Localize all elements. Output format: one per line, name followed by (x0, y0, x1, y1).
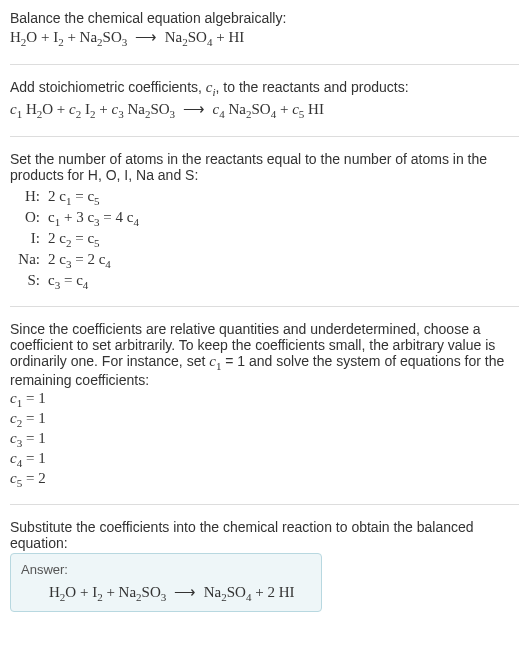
answer-label: Answer: (21, 562, 311, 577)
eq-sub: 4 (83, 279, 89, 291)
coeff-item: c1 = 1 (10, 390, 519, 409)
coef-val: = 1 (22, 430, 45, 446)
coef: c (10, 101, 17, 117)
intro-text: Add stoichiometric coefficients, ci, to … (10, 79, 519, 98)
coeff-item: c2 = 1 (10, 410, 519, 429)
element-label: O: (10, 208, 44, 229)
atom-balance-table: H: 2 c1 = c5 O: c1 + 3 c3 = 4 c4 I: 2 c2… (10, 187, 143, 292)
table-row: H: 2 c1 = c5 (10, 187, 143, 208)
eq-sub: 3 (161, 591, 167, 603)
element-label: Na: (10, 250, 44, 271)
eq-part: + 3 c (60, 209, 94, 225)
section-solve: Since the coefficients are relative quan… (10, 321, 519, 505)
eq-part: + (95, 101, 111, 117)
eq-part: SO (142, 584, 161, 600)
eq-part: + Na (103, 584, 136, 600)
eq-part: = 4 c (100, 209, 134, 225)
stoichiometric-equation: c1 H2O + c2 I2 + c3 Na2SO3 ⟶ c4 Na2SO4 +… (10, 100, 519, 120)
coef-val: = 1 (22, 390, 45, 406)
eq-part: H (10, 29, 21, 45)
balance-eq: c3 = c4 (44, 271, 143, 292)
intro-text: Substitute the coefficients into the che… (10, 519, 519, 551)
eq-part: 2 c (48, 188, 66, 204)
coef: c (10, 470, 17, 486)
eq-part: Na (124, 101, 145, 117)
eq-part: = c (71, 188, 94, 204)
table-row: Na: 2 c3 = 2 c4 (10, 250, 143, 271)
eq-part: O + I (26, 29, 58, 45)
eq-part: 2 c (48, 230, 66, 246)
eq-sub: 3 (170, 108, 176, 120)
eq-part: Na (165, 29, 183, 45)
intro-text: Since the coefficients are relative quan… (10, 321, 519, 388)
eq-part: O + I (65, 584, 97, 600)
eq-part: + (276, 101, 292, 117)
coef-val: = 2 (22, 470, 45, 486)
eq-sub: 3 (122, 36, 128, 48)
eq-part: SO (227, 584, 246, 600)
coeff-item: c3 = 1 (10, 430, 519, 449)
answer-box: Answer: H2O + I2 + Na2SO3 ⟶ Na2SO4 + 2 H… (10, 553, 322, 612)
coefficient-list: c1 = 1 c2 = 1 c3 = 1 c4 = 1 c5 = 2 (10, 390, 519, 489)
section-problem: Balance the chemical equation algebraica… (10, 10, 519, 65)
eq-sub: 5 (94, 237, 100, 249)
eq-part: Na (204, 584, 222, 600)
coef: c (10, 410, 17, 426)
coef: c (292, 101, 299, 117)
balance-eq: 2 c3 = 2 c4 (44, 250, 143, 271)
eq-part: = 2 c (71, 251, 105, 267)
eq-part: HI (304, 101, 324, 117)
eq-sub: 5 (94, 195, 100, 207)
coef: c (209, 353, 216, 369)
eq-part: 2 c (48, 251, 66, 267)
ci: c (206, 79, 213, 95)
coef: c (10, 450, 17, 466)
arrow-icon: ⟶ (170, 584, 200, 600)
text-part: , to the reactants and products: (216, 79, 409, 95)
balance-eq: 2 c2 = c5 (44, 229, 143, 250)
eq-part: + HI (212, 29, 244, 45)
eq-part: Na (225, 101, 246, 117)
eq-sub: 4 (133, 216, 139, 228)
eq-part: H (22, 101, 37, 117)
text-part: Add stoichiometric coefficients, (10, 79, 206, 95)
balance-eq: c1 + 3 c3 = 4 c4 (44, 208, 143, 229)
coef: c (10, 390, 17, 406)
section-coefficients: Add stoichiometric coefficients, ci, to … (10, 79, 519, 137)
eq-sub: 4 (105, 258, 111, 270)
section-answer: Substitute the coefficients into the che… (10, 519, 519, 626)
element-label: I: (10, 229, 44, 250)
balanced-equation: H2O + I2 + Na2SO3 ⟶ Na2SO4 + 2 HI (21, 583, 311, 603)
balance-eq: 2 c1 = c5 (44, 187, 143, 208)
element-label: S: (10, 271, 44, 292)
table-row: I: 2 c2 = c5 (10, 229, 143, 250)
coef: c (69, 101, 76, 117)
coef: c (10, 430, 17, 446)
table-row: O: c1 + 3 c3 = 4 c4 (10, 208, 143, 229)
coef-val: = 1 (22, 410, 45, 426)
eq-part: + 2 HI (251, 584, 294, 600)
eq-part: c (48, 209, 55, 225)
arrow-icon: ⟶ (179, 101, 209, 117)
eq-part: c (48, 272, 55, 288)
eq-part: H (49, 584, 60, 600)
eq-part: O + (42, 101, 69, 117)
arrow-icon: ⟶ (131, 29, 161, 45)
eq-part: SO (150, 101, 169, 117)
eq-part: = c (71, 230, 94, 246)
eq-part: + Na (64, 29, 97, 45)
eq-part: SO (251, 101, 270, 117)
table-row: S: c3 = c4 (10, 271, 143, 292)
eq-part: I (81, 101, 90, 117)
section-atom-balance: Set the number of atoms in the reactants… (10, 151, 519, 307)
eq-part: = c (60, 272, 83, 288)
eq-part: SO (188, 29, 207, 45)
eq-part: SO (103, 29, 122, 45)
intro-text: Balance the chemical equation algebraica… (10, 10, 519, 26)
coeff-item: c4 = 1 (10, 450, 519, 469)
coef-val: = 1 (22, 450, 45, 466)
unbalanced-equation: H2O + I2 + Na2SO3 ⟶ Na2SO4 + HI (10, 28, 519, 48)
intro-text: Set the number of atoms in the reactants… (10, 151, 519, 183)
element-label: H: (10, 187, 44, 208)
coeff-item: c5 = 2 (10, 470, 519, 489)
